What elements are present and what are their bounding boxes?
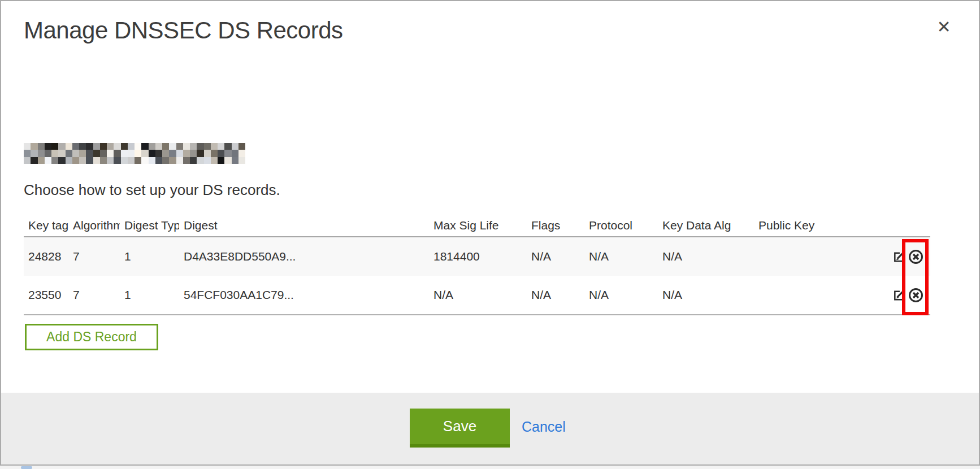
column-header: Flags xyxy=(527,219,584,232)
cell-digest-type: 1 xyxy=(120,288,179,302)
cell-digest: 54FCF030AA1C79... xyxy=(179,288,429,302)
close-button[interactable]: ✕ xyxy=(933,16,955,38)
table-row: 23550 7 1 54FCF030AA1C79... N/A N/A N/A … xyxy=(24,276,930,314)
column-header: Key tag xyxy=(24,219,68,232)
edit-record-button[interactable] xyxy=(892,289,905,302)
delete-circle-x-icon xyxy=(908,288,923,303)
page-behind-modal xyxy=(0,466,980,469)
column-header: Max Sig Life xyxy=(429,219,527,232)
cell-digest-type: 1 xyxy=(120,250,179,263)
delete-record-button[interactable] xyxy=(908,249,923,264)
column-header: Protocol xyxy=(584,219,658,232)
cell-algorithm: 7 xyxy=(68,288,120,302)
cell-key-data-alg: N/A xyxy=(658,288,754,302)
column-header: Digest xyxy=(179,219,429,232)
domain-name-redacted xyxy=(24,143,245,164)
cell-max-sig-life: N/A xyxy=(429,288,527,302)
cell-flags: N/A xyxy=(527,250,584,263)
edit-record-button[interactable] xyxy=(892,250,905,263)
cell-digest: D4A33E8DD550A9... xyxy=(179,250,429,263)
table-header-row: Key tagAlgorithmDigest TypeDigestMax Sig… xyxy=(24,215,930,237)
add-ds-record-button[interactable]: Add DS Record xyxy=(25,324,158,350)
column-header: Algorithm xyxy=(68,219,120,232)
save-button-label: Save xyxy=(443,418,476,435)
row-actions xyxy=(882,249,930,264)
delete-record-button[interactable] xyxy=(908,288,923,303)
edit-icon xyxy=(892,289,905,302)
column-header: Key Data Alg xyxy=(658,219,754,232)
cell-key-tag: 23550 xyxy=(24,288,68,302)
table-body: 24828 7 1 D4A33E8DD550A9... 1814400 N/A … xyxy=(24,237,930,315)
row-actions xyxy=(882,288,930,303)
setup-instructions-text: Choose how to set up your DS records. xyxy=(24,181,280,199)
page-behind-fragment xyxy=(21,466,32,469)
cell-flags: N/A xyxy=(527,288,584,302)
cell-key-tag: 24828 xyxy=(24,250,68,263)
save-button[interactable]: Save xyxy=(410,409,510,448)
ds-records-table: Key tagAlgorithmDigest TypeDigestMax Sig… xyxy=(24,215,930,315)
column-header: Public Key xyxy=(754,219,882,232)
cancel-link[interactable]: Cancel xyxy=(522,419,566,435)
manage-dnssec-modal: Manage DNSSEC DS Records ✕ Choose how to… xyxy=(0,0,980,466)
cell-max-sig-life: 1814400 xyxy=(429,250,527,263)
table-row: 24828 7 1 D4A33E8DD550A9... 1814400 N/A … xyxy=(24,237,930,276)
close-icon: ✕ xyxy=(936,19,951,36)
modal-title: Manage DNSSEC DS Records xyxy=(24,17,343,44)
cell-algorithm: 7 xyxy=(68,250,120,263)
screen: Manage DNSSEC DS Records ✕ Choose how to… xyxy=(0,0,980,469)
cell-key-data-alg: N/A xyxy=(658,250,754,263)
column-header: Digest Type xyxy=(120,219,179,232)
add-ds-record-label: Add DS Record xyxy=(46,329,137,345)
modal-footer: Save Cancel xyxy=(1,393,979,464)
cell-protocol: N/A xyxy=(584,288,658,302)
cell-protocol: N/A xyxy=(584,250,658,263)
edit-icon xyxy=(892,250,905,263)
delete-circle-x-icon xyxy=(908,249,923,264)
